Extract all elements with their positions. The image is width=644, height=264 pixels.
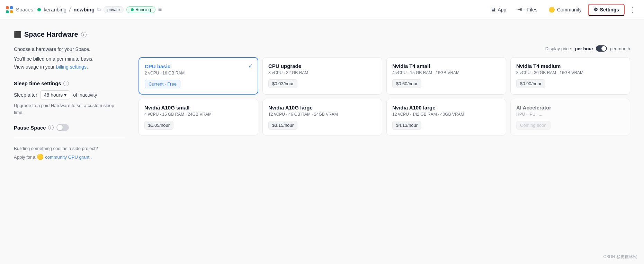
svg-rect-2 xyxy=(6,10,9,13)
menu-icon[interactable]: ≡ xyxy=(158,6,162,13)
pause-row: Pause Space i xyxy=(14,124,125,131)
badge-private: private xyxy=(104,6,124,13)
spaces-logo xyxy=(6,6,13,14)
price-toggle[interactable] xyxy=(596,45,607,52)
grant-text: Building something cool as a side projec… xyxy=(14,145,125,161)
header-nav: 🖥 App ⊣⊨ Files 🟡 Community ⚙ Settings ⋮ xyxy=(485,4,638,16)
running-dot xyxy=(131,8,134,11)
pause-toggle-thumb xyxy=(57,125,63,130)
pause-toggle[interactable] xyxy=(56,124,69,131)
divider xyxy=(14,138,125,138)
hw-specs: 12 vCPU · 142 GB RAM · 40GB VRAM xyxy=(392,112,500,117)
hw-price: $0.03/hour xyxy=(268,79,297,88)
svg-rect-1 xyxy=(10,6,13,9)
hw-name: CPU upgrade xyxy=(268,63,376,69)
hw-name: Nvidia T4 medium xyxy=(516,63,624,69)
hardware-card-nvidia-a10g-small[interactable]: Nvidia A10G small 4 vCPU · 15 GB RAM · 2… xyxy=(138,99,258,135)
settings-icon: ⚙ xyxy=(593,7,598,13)
hw-price: $0.60/hour xyxy=(392,79,421,88)
hw-name: CPU basic xyxy=(145,63,252,69)
main-content: ⬛ Space Hardware i Choose a hardware for… xyxy=(0,19,644,173)
hardware-card-nvidia-t4-medium[interactable]: Nvidia T4 medium 8 vCPU · 30 GB RAM · 16… xyxy=(510,57,630,95)
spaces-label: Spaces: xyxy=(16,7,35,12)
hw-specs: 12 vCPU · 46 GB RAM · 24GB VRAM xyxy=(268,112,376,117)
space-owner: keranbing xyxy=(44,7,66,12)
desc-billing: You'll be billed on a per minute basis. … xyxy=(14,55,125,71)
hw-price: $1.05/hour xyxy=(144,121,173,130)
community-icon: 🟡 xyxy=(548,7,555,13)
hw-name: Nvidia A10G small xyxy=(144,105,252,111)
hw-name: Nvidia A100 large xyxy=(392,105,500,111)
hw-price: Current · Free xyxy=(145,80,180,88)
section-title: Space Hardware xyxy=(24,30,78,38)
per-hour-label: per hour xyxy=(575,46,593,51)
check-icon: ✓ xyxy=(248,63,253,69)
more-button[interactable]: ⋮ xyxy=(626,4,638,15)
sleep-info-icon[interactable]: i xyxy=(63,81,69,86)
app-icon: 🖥 xyxy=(490,7,495,12)
billing-settings-link[interactable]: billing settings xyxy=(56,64,87,70)
hardware-card-cpu-basic[interactable]: ✓ CPU basic 2 vCPU · 16 GB RAM Current ·… xyxy=(138,57,258,95)
hw-specs: 8 vCPU · 30 GB RAM · 16GB VRAM xyxy=(516,70,624,75)
hardware-card-nvidia-a100-large[interactable]: Nvidia A100 large 12 vCPU · 142 GB RAM ·… xyxy=(386,99,506,135)
left-panel: Choose a hardware for your Space. You'll… xyxy=(14,45,125,161)
sleep-select[interactable]: 48 hours ▾ xyxy=(40,90,70,99)
sleep-row: Sleep after 48 hours ▾ of inactivity xyxy=(14,90,125,99)
right-panel: Display price: per hour per month ✓ CPU … xyxy=(138,45,630,161)
hardware-info-icon[interactable]: i xyxy=(81,32,87,37)
svg-rect-3 xyxy=(10,10,13,13)
hw-specs: 4 vCPU · 15 GB RAM · 24GB VRAM xyxy=(144,112,252,117)
badge-running: Running xyxy=(126,6,155,13)
copy-icon[interactable]: ⧉ xyxy=(97,7,101,12)
hw-specs: HPU · IPU · ... xyxy=(516,112,624,117)
display-price-row: Display price: per hour per month xyxy=(138,45,630,52)
nav-settings[interactable]: ⚙ Settings xyxy=(588,4,625,16)
hw-specs: 4 vCPU · 15 GB RAM · 16GB VRAM xyxy=(392,70,500,75)
hw-name: Nvidia T4 small xyxy=(392,63,500,69)
hw-price: Coming soon xyxy=(516,121,551,130)
per-month-label: per month xyxy=(610,46,630,51)
chevron-down-icon: ▾ xyxy=(64,92,66,98)
section-header: ⬛ Space Hardware i xyxy=(14,30,630,38)
hw-specs: 2 vCPU · 16 GB RAM xyxy=(145,71,252,76)
hw-name: Nvidia A10G large xyxy=(268,105,376,111)
display-price-label: Display price: xyxy=(545,46,572,51)
nav-app[interactable]: 🖥 App xyxy=(485,5,511,15)
sleep-time-title: Sleep time settings i xyxy=(14,80,125,86)
sleep-suffix: of inactivity xyxy=(73,92,97,98)
nav-files[interactable]: ⊣⊨ Files xyxy=(512,5,542,15)
nav-community[interactable]: 🟡 Community xyxy=(544,5,587,15)
pause-label: Pause Space i xyxy=(14,125,54,131)
space-name: newbing xyxy=(73,7,95,12)
hardware-card-cpu-upgrade[interactable]: CPU upgrade 8 vCPU · 32 GB RAM $0.03/hou… xyxy=(262,57,382,95)
hw-price: $3.15/hour xyxy=(268,121,297,130)
grant-link[interactable]: community GPU grant xyxy=(45,155,89,160)
pause-info-icon[interactable]: i xyxy=(48,125,54,130)
svg-rect-0 xyxy=(6,6,9,9)
hardware-icon: ⬛ xyxy=(14,31,21,38)
hw-specs: 8 vCPU · 32 GB RAM xyxy=(268,70,376,75)
hw-name: AI Accelerator xyxy=(516,105,624,111)
hw-price: $4.13/hour xyxy=(392,121,421,130)
desc-line1: Choose a hardware for your Space. xyxy=(14,45,125,53)
hardware-grid: ✓ CPU basic 2 vCPU · 16 GB RAM Current ·… xyxy=(138,57,630,135)
price-toggle-thumb xyxy=(601,46,606,51)
hardware-card-nvidia-a10g-large[interactable]: Nvidia A10G large 12 vCPU · 46 GB RAM · … xyxy=(262,99,382,135)
content-area: Choose a hardware for your Space. You'll… xyxy=(14,45,630,161)
files-icon: ⊣⊨ xyxy=(517,7,525,12)
hardware-card-nvidia-t4-small[interactable]: Nvidia T4 small 4 vCPU · 15 GB RAM · 16G… xyxy=(386,57,506,95)
sleep-note: Upgrade to a paid Hardware to set a cust… xyxy=(14,102,125,116)
grant-emoji: 🟡 xyxy=(37,154,45,160)
hw-price: $0.90/hour xyxy=(516,79,545,88)
sleep-label: Sleep after xyxy=(14,92,37,98)
hardware-card-ai-accelerator[interactable]: AI Accelerator HPU · IPU · ... Coming so… xyxy=(510,99,630,135)
